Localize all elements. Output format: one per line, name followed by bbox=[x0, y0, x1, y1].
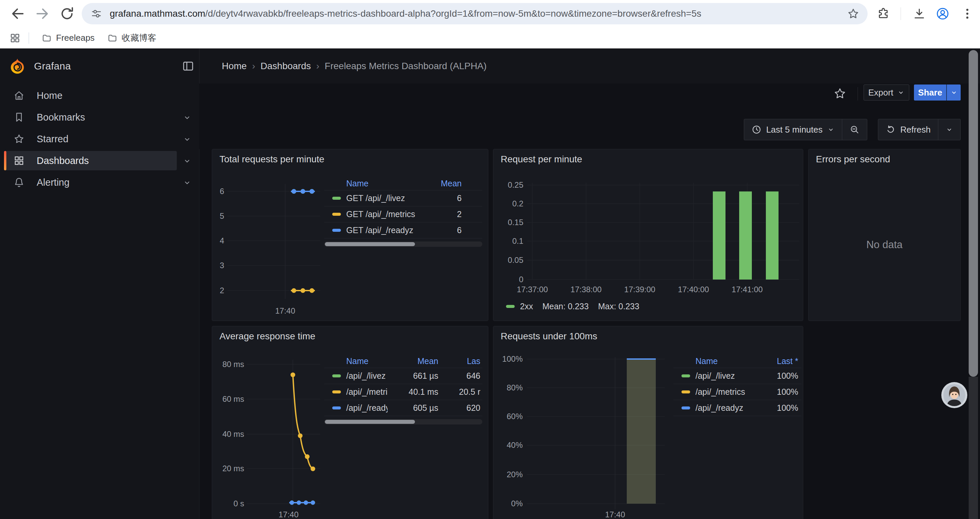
legend-header: NameMeanLas bbox=[324, 355, 482, 368]
legend-header: NameMean bbox=[324, 177, 482, 190]
breadcrumb-separator: › bbox=[316, 61, 319, 72]
legend-row[interactable]: /api/_/readyz605 µs620 bbox=[324, 400, 482, 416]
chevron-down-icon[interactable] bbox=[183, 135, 191, 144]
bookmark-icon bbox=[13, 112, 25, 123]
collapse-sidebar-icon[interactable] bbox=[182, 60, 194, 72]
legend-column-header[interactable]: Las bbox=[444, 356, 482, 366]
series-name: GET /api/_/metrics bbox=[346, 209, 415, 219]
subheader-divider bbox=[858, 87, 858, 101]
svg-text:17:37:00: 17:37:00 bbox=[517, 285, 548, 294]
request-per-minute-chart: 0.250.20.150.10.05017:37:0017:38:0017:39… bbox=[493, 149, 803, 321]
bookmark-folder[interactable]: 收藏博客 bbox=[107, 32, 156, 44]
legend-column-header[interactable]: Name bbox=[324, 179, 432, 188]
legend-row[interactable]: /api/_/livez661 µs646 bbox=[324, 368, 482, 384]
legend-row[interactable]: GET /api/_/livez6 bbox=[324, 190, 482, 206]
bookmark-folder[interactable]: Freeleaps bbox=[42, 33, 95, 43]
extensions-icon[interactable] bbox=[877, 7, 890, 21]
bell-icon bbox=[13, 177, 25, 188]
series-swatch bbox=[332, 197, 341, 200]
series-swatch bbox=[506, 305, 515, 308]
sidebar: HomeBookmarksStarredDashboardsAlerting bbox=[0, 83, 199, 519]
legend-row[interactable]: /api/_/readyz100% bbox=[673, 400, 802, 416]
panel-title[interactable]: Errors per second bbox=[816, 154, 890, 164]
export-button[interactable]: Export bbox=[864, 85, 909, 101]
legend-scrollbar[interactable] bbox=[324, 419, 482, 425]
profile-icon[interactable] bbox=[936, 7, 949, 21]
panel-requests-under-100ms: Requests under 100ms 100%80%60%40%20%0%1… bbox=[493, 326, 803, 519]
share-label: Share bbox=[918, 88, 942, 98]
zoom-out-button[interactable] bbox=[842, 119, 867, 140]
share-button[interactable]: Share bbox=[914, 85, 946, 101]
panel-avg-response-time: Average response time 80 ms60 ms40 ms20 … bbox=[212, 326, 488, 519]
reload-icon[interactable] bbox=[59, 5, 75, 22]
series-swatch bbox=[332, 213, 341, 216]
browser-toolbar: grafana.mathmast.com/d/deytv4rwavabkb/fr… bbox=[0, 0, 980, 27]
svg-text:3: 3 bbox=[220, 261, 224, 270]
breadcrumb-item[interactable]: Dashboards bbox=[261, 61, 311, 72]
sidebar-item-alerting[interactable]: Alerting bbox=[0, 172, 199, 193]
sidebar-item-starred[interactable]: Starred bbox=[0, 128, 199, 150]
legend-scrollbar[interactable] bbox=[324, 241, 482, 247]
share-menu-button[interactable] bbox=[947, 85, 961, 101]
chevron-down-icon[interactable] bbox=[183, 156, 191, 165]
legend-row[interactable]: /api/_/metrics40.1 ms20.5 r bbox=[324, 384, 482, 400]
svg-text:17:40: 17:40 bbox=[275, 306, 295, 315]
legend-scrollbar-thumb[interactable] bbox=[325, 242, 415, 246]
legend-column-header[interactable]: Mean bbox=[432, 179, 482, 188]
forward-icon[interactable] bbox=[34, 5, 51, 22]
back-icon[interactable] bbox=[10, 5, 26, 22]
series-swatch bbox=[681, 406, 690, 409]
svg-text:17:40: 17:40 bbox=[605, 510, 625, 519]
legend-column-header[interactable]: Name bbox=[324, 356, 388, 366]
legend-column-header[interactable]: Name bbox=[673, 356, 755, 366]
url-text: grafana.mathmast.com/d/deytv4rwavabkb/fr… bbox=[110, 8, 847, 19]
grafana-logo bbox=[10, 57, 25, 75]
svg-text:0%: 0% bbox=[511, 499, 523, 508]
bookmark-star-icon[interactable] bbox=[847, 7, 859, 20]
legend-row[interactable]: /api/_/metrics100% bbox=[673, 384, 802, 400]
sidebar-item-label: Alerting bbox=[37, 172, 69, 193]
panel-errors-per-second: Errors per second No data bbox=[808, 149, 961, 321]
legend-scrollbar-thumb[interactable] bbox=[325, 420, 415, 424]
brand-name: Grafana bbox=[34, 61, 71, 72]
legend-row[interactable]: GET /api/_/metrics2 bbox=[324, 206, 482, 222]
legend-row[interactable]: GET /api/_/readyz6 bbox=[324, 222, 482, 238]
time-picker: Last 5 minutes bbox=[744, 119, 867, 140]
dashboard-controls: Last 5 minutes Refresh bbox=[199, 104, 980, 149]
url-bar[interactable]: grafana.mathmast.com/d/deytv4rwavabkb/fr… bbox=[82, 3, 868, 24]
assistant-avatar[interactable] bbox=[941, 382, 967, 408]
folder-icon bbox=[107, 33, 118, 43]
sidebar-item-bookmarks[interactable]: Bookmarks bbox=[0, 107, 199, 128]
bookmark-label: 收藏博客 bbox=[122, 32, 156, 44]
series-name: GET /api/_/livez bbox=[346, 193, 405, 203]
chevron-down-icon[interactable] bbox=[183, 178, 191, 187]
legend-value: 646 bbox=[444, 371, 482, 381]
apps-grid-icon[interactable] bbox=[10, 32, 21, 44]
no-data-message: No data bbox=[808, 239, 960, 251]
breadcrumb: Home›Dashboards›Freeleaps Metrics Dashbo… bbox=[222, 48, 487, 83]
page-scrollbar-track[interactable] bbox=[969, 377, 978, 519]
svg-text:6: 6 bbox=[220, 187, 224, 196]
breadcrumb-item[interactable]: Home bbox=[222, 61, 247, 72]
grafana-header: Grafana Home›Dashboards›Freeleaps Metric… bbox=[0, 48, 980, 84]
legend-table: NameMeanGET /api/_/livez6GET /api/_/metr… bbox=[324, 177, 482, 247]
sidebar-item-home[interactable]: Home bbox=[0, 85, 199, 106]
legend[interactable]: 2xx Mean: 0.233 Max: 0.233 bbox=[506, 302, 640, 311]
legend-column-header[interactable]: Last * bbox=[755, 356, 802, 366]
svg-text:17:40: 17:40 bbox=[278, 510, 299, 519]
sidebar-item-dashboards[interactable]: Dashboards bbox=[0, 150, 199, 171]
site-info-icon[interactable] bbox=[91, 8, 102, 20]
legend-column-header[interactable]: Mean bbox=[388, 356, 444, 366]
page-scrollbar-thumb[interactable] bbox=[969, 50, 978, 377]
legend-row[interactable]: /api/_/livez100% bbox=[673, 368, 802, 384]
svg-text:0.15: 0.15 bbox=[508, 218, 523, 227]
legend-value: 20.5 r bbox=[444, 387, 482, 397]
grafana-brand[interactable]: Grafana bbox=[10, 48, 71, 83]
refresh-interval-button[interactable] bbox=[938, 119, 960, 140]
time-range-button[interactable]: Last 5 minutes bbox=[744, 119, 842, 140]
refresh-button[interactable]: Refresh bbox=[878, 119, 938, 140]
downloads-icon[interactable] bbox=[913, 7, 926, 21]
chevron-down-icon[interactable] bbox=[183, 113, 191, 122]
menu-kebab-icon[interactable] bbox=[961, 7, 974, 21]
favorite-star-icon[interactable] bbox=[833, 87, 846, 100]
